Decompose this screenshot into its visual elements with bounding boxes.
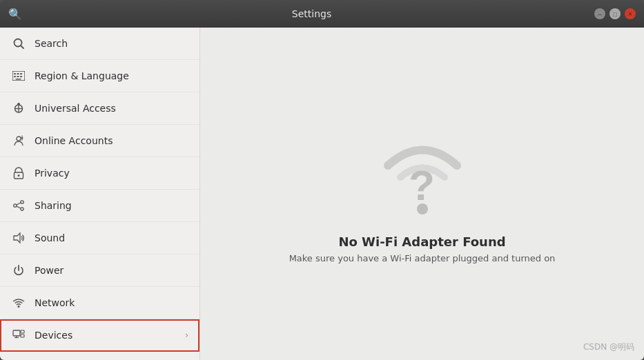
titlebar-title: Settings <box>29 8 594 19</box>
sidebar-item-search[interactable]: Search <box>0 28 199 60</box>
maximize-button[interactable]: □ <box>609 8 621 19</box>
svg-rect-29 <box>21 334 24 337</box>
svg-rect-28 <box>21 330 24 333</box>
online-accounts-icon <box>11 133 26 148</box>
sidebar-item-universal-access-label: Universal Access <box>35 103 188 114</box>
sidebar-item-universal-access[interactable]: Universal Access <box>0 92 199 125</box>
sidebar-item-search-label: Search <box>35 38 188 49</box>
sidebar-item-privacy[interactable]: Privacy <box>0 157 199 190</box>
close-button[interactable]: × <box>625 8 636 19</box>
sidebar-item-devices[interactable]: Devices › <box>0 319 199 352</box>
sidebar-item-sound[interactable]: Sound <box>0 222 199 254</box>
keyboard-icon <box>11 68 26 83</box>
no-wifi-title: No Wi-Fi Adapter Found <box>338 234 505 249</box>
power-icon <box>11 263 26 278</box>
sidebar-item-online-accounts[interactable]: Online Accounts <box>0 125 199 157</box>
search-icon <box>11 36 26 51</box>
svg-point-20 <box>21 201 23 203</box>
sidebar-item-details[interactable]: Details › <box>0 352 199 360</box>
svg-rect-27 <box>13 330 20 336</box>
settings-window: 🔍 Settings – □ × Search <box>0 0 644 360</box>
sidebar-item-sharing[interactable]: Sharing <box>0 190 199 222</box>
main-content: Search Region & Language <box>0 28 644 360</box>
svg-line-24 <box>17 206 21 208</box>
sidebar-item-network-label: Network <box>35 297 188 308</box>
svg-rect-9 <box>16 79 21 80</box>
svg-point-14 <box>17 137 21 141</box>
svg-point-26 <box>18 306 20 308</box>
devices-arrow-icon: › <box>185 330 188 340</box>
svg-line-1 <box>21 46 24 49</box>
sidebar-item-online-accounts-label: Online Accounts <box>35 135 188 146</box>
sidebar-item-devices-label: Devices <box>35 330 185 341</box>
sidebar-item-region-language-label: Region & Language <box>35 70 188 81</box>
universal-access-icon <box>11 101 26 116</box>
titlebar-search-icon: 🔍 <box>8 8 22 21</box>
svg-point-0 <box>14 39 22 47</box>
sidebar: Search Region & Language <box>0 28 200 360</box>
sharing-icon <box>11 198 26 213</box>
sidebar-item-region-language[interactable]: Region & Language <box>0 60 199 92</box>
sound-icon <box>11 230 26 246</box>
minimize-button[interactable]: – <box>594 8 605 19</box>
svg-point-21 <box>14 204 17 207</box>
svg-rect-7 <box>17 76 19 77</box>
sidebar-item-power[interactable]: Power <box>0 254 199 287</box>
privacy-icon <box>11 166 26 181</box>
svg-rect-8 <box>20 76 22 77</box>
svg-marker-25 <box>14 233 20 243</box>
svg-point-19 <box>18 174 20 177</box>
content-area: ? No Wi-Fi Adapter Found Make sure you h… <box>200 28 644 360</box>
svg-point-36 <box>417 203 428 214</box>
sidebar-item-network[interactable]: Network <box>0 287 199 319</box>
svg-rect-4 <box>17 73 19 74</box>
sidebar-item-power-label: Power <box>35 265 188 276</box>
svg-rect-6 <box>14 76 16 77</box>
sidebar-item-privacy-label: Privacy <box>35 168 188 179</box>
titlebar: 🔍 Settings – □ × <box>0 0 644 28</box>
watermark: CSDN @明码 <box>583 341 634 353</box>
svg-text:?: ? <box>409 161 435 209</box>
no-wifi-subtitle: Make sure you have a Wi-Fi adapter plugg… <box>289 253 556 263</box>
svg-rect-5 <box>20 73 22 74</box>
devices-icon <box>11 328 26 343</box>
network-icon <box>11 295 26 310</box>
window-controls: – □ × <box>594 8 636 19</box>
no-wifi-icon: ? <box>367 124 478 221</box>
sidebar-item-sharing-label: Sharing <box>35 200 188 211</box>
svg-point-15 <box>21 137 23 139</box>
svg-point-22 <box>21 208 23 210</box>
sidebar-item-sound-label: Sound <box>35 232 188 243</box>
svg-rect-3 <box>14 73 16 74</box>
svg-line-23 <box>17 203 21 205</box>
